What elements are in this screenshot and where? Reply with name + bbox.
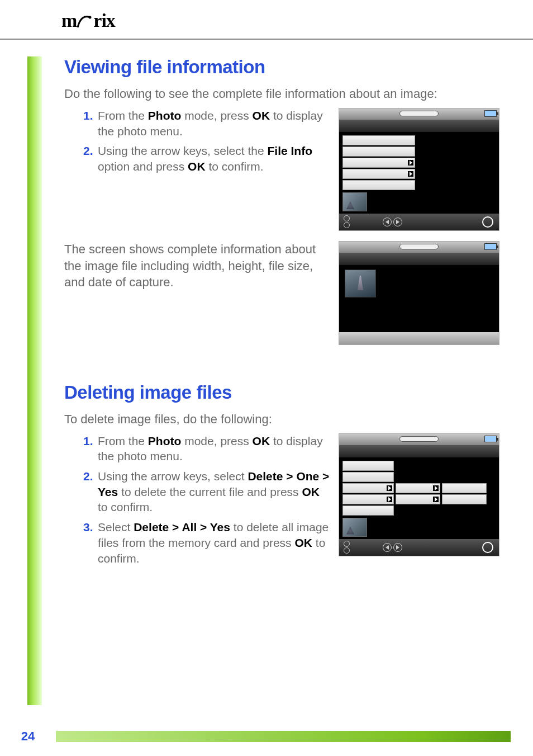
device-screenshot-fileinfo [339, 241, 499, 345]
ss-info-bar [339, 332, 499, 344]
submenu-item [396, 494, 440, 504]
step-number: 2. [83, 143, 98, 174]
logo-area: mrix [0, 0, 533, 36]
section-heading-viewing: Viewing file information [64, 56, 499, 78]
small-icon [344, 215, 350, 221]
ss-title-bar [339, 253, 499, 265]
ss-status-bar [339, 434, 499, 445]
menu-item [342, 483, 394, 493]
green-accent-bar [27, 56, 42, 705]
step-text: From the Photo mode, press OK to display… [98, 108, 331, 139]
nav-right-icon [393, 543, 402, 552]
menu-item [342, 180, 415, 190]
ss-body [339, 265, 499, 332]
page-footer: 24 [0, 729, 533, 744]
step-number: 1. [83, 108, 98, 139]
section2-steps: 1. From the Photo mode, press OK to disp… [64, 433, 331, 571]
ss-bottom-bar [339, 214, 499, 230]
small-icon [344, 222, 350, 228]
step-text: From the Photo mode, press OK to display… [98, 433, 331, 464]
section1-description: The screen shows complete information ab… [64, 241, 331, 291]
menu-item [342, 169, 415, 179]
step-text: Using the arrow keys, select Delete > On… [98, 469, 331, 515]
ss-title-bar [339, 120, 499, 132]
small-icon [344, 547, 350, 554]
left-margin [0, 40, 47, 705]
ss-body [339, 132, 499, 214]
footer-accent-bar [56, 731, 511, 742]
step-text: Select Delete > All > Yes to delete all … [98, 519, 331, 566]
nav-right-icon [393, 218, 402, 226]
nav-left-icon [383, 218, 392, 226]
arrow-right-icon [408, 171, 413, 177]
thumbnail-icon [342, 192, 367, 211]
ok-circle-icon [482, 542, 493, 553]
section1-intro: Do the following to see the complete fil… [64, 86, 499, 102]
arrow-right-icon [433, 497, 439, 502]
menu-item [342, 472, 394, 482]
menu-item [342, 461, 394, 471]
svg-point-0 [89, 16, 92, 19]
nav-left-icon [383, 543, 392, 552]
brand-logo: mrix [61, 10, 115, 31]
menu-item [342, 135, 415, 145]
battery-icon [484, 436, 497, 442]
ss-status-bar [339, 108, 499, 120]
step-number: 1. [83, 433, 98, 464]
arrow-right-icon [408, 160, 413, 166]
section2-intro: To delete image files, do the following: [64, 411, 499, 428]
menu-item [342, 494, 394, 504]
small-icon [344, 541, 350, 547]
step-number: 3. [83, 519, 98, 566]
step-text: Using the arrow keys, select the File In… [98, 143, 331, 174]
step-1-2: 2. Using the arrow keys, select the File… [64, 143, 331, 174]
battery-icon [484, 110, 497, 117]
confirm-item [442, 494, 487, 504]
arrow-right-icon [433, 485, 439, 491]
ok-circle-icon [482, 216, 493, 228]
confirm-item [442, 483, 487, 493]
device-screenshot-menu [339, 108, 499, 231]
ss-title-bar [339, 445, 499, 457]
arrow-right-icon [387, 497, 392, 502]
step-1-1: 1. From the Photo mode, press OK to disp… [64, 108, 331, 139]
step-2-3: 3. Select Delete > All > Yes to delete a… [64, 519, 331, 566]
thumbnail-icon [342, 518, 367, 537]
ss-bottom-bar [339, 539, 499, 556]
menu-item [342, 158, 415, 168]
submenu-item [396, 483, 440, 493]
battery-icon [484, 243, 497, 250]
menu-item [342, 505, 394, 516]
section1-steps: 1. From the Photo mode, press OK to disp… [64, 108, 331, 179]
step-2-1: 1. From the Photo mode, press OK to disp… [64, 433, 331, 464]
step-2-2: 2. Using the arrow keys, select Delete >… [64, 469, 331, 515]
ss-status-bar [339, 242, 499, 253]
arrow-right-icon [387, 485, 392, 491]
section-heading-deleting: Deleting image files [64, 382, 499, 403]
menu-item [342, 147, 415, 157]
step-number: 2. [83, 469, 98, 515]
image-thumbnail [345, 270, 376, 297]
device-screenshot-delete [339, 433, 499, 556]
page-number: 24 [0, 729, 56, 744]
ss-body [339, 457, 499, 539]
